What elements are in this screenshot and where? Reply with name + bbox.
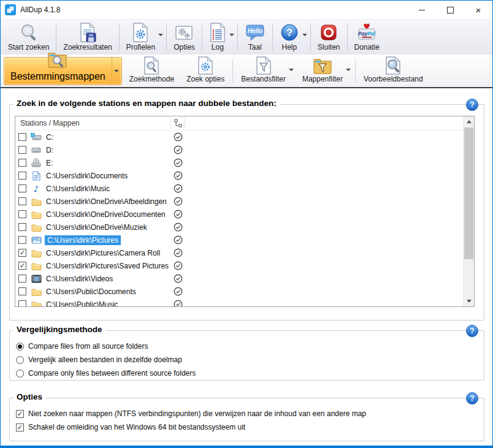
folder-row[interactable]: ♪C:\Users\dirk\Music	[15, 182, 464, 195]
compare-method-groupbox: Vergelijkingsmethode ? Compare files fro…	[9, 330, 484, 381]
toolbar-separator	[56, 23, 56, 51]
scrollbar-thumb[interactable]	[464, 127, 473, 259]
subfolders-enabled-icon[interactable]	[174, 210, 183, 221]
folder-checkbox[interactable]	[18, 146, 26, 154]
help-button[interactable]: ?Help	[274, 20, 309, 54]
zoek-opties-button[interactable]: Zoek opties	[180, 56, 231, 86]
folder-path: C:\Users\dirk\Pictures	[45, 235, 121, 245]
folder-path: C:\Users\Public\Music	[45, 300, 119, 308]
option-row[interactable]: ✓Schakel de omleiding van het Windows 64…	[16, 420, 478, 434]
folder-row[interactable]: C:\Users\dirk\OneDrive\Muziek	[15, 221, 464, 233]
folder-row[interactable]: ✓C:\Users\dirk\Pictures\Camera Roll	[15, 246, 464, 259]
sources-help-icon[interactable]: ?	[466, 99, 478, 111]
subfolders-enabled-icon[interactable]	[174, 261, 183, 272]
sluiten-button[interactable]: Sluiten	[312, 20, 346, 54]
option-checkbox[interactable]: ✓	[16, 410, 24, 418]
folder-checkbox[interactable]	[18, 210, 26, 218]
column-header-subfolders[interactable]	[171, 119, 185, 127]
bestandsfilter-button[interactable]: Bestandsfilter	[235, 56, 296, 86]
zoekresultaten-button[interactable]: Zoekresultaten	[58, 20, 117, 54]
folder-checkbox[interactable]	[18, 133, 26, 141]
subfolders-enabled-icon[interactable]	[174, 184, 183, 195]
folder-row[interactable]: C:\Users\dirk\OneDrive\Documenten	[15, 208, 464, 221]
options-groupbox: Opties ? ✓Niet zoeken naar mappen (NTFS …	[9, 398, 484, 441]
scroll-up-button[interactable]	[464, 116, 474, 127]
folder-checkbox[interactable]	[18, 287, 26, 295]
toolbar-separator	[166, 23, 167, 51]
radio-button[interactable]	[16, 356, 24, 364]
subfolders-enabled-icon[interactable]	[174, 158, 183, 169]
chevron-down-icon[interactable]	[346, 69, 351, 71]
folder-row[interactable]: ✓C:\Users\dirk\Pictures\Saved Pictures	[15, 259, 464, 272]
column-header-stations[interactable]: Stations / Mappen	[20, 119, 170, 127]
toolbar-button-label: Profielen	[126, 43, 155, 51]
file-search-icon	[143, 56, 159, 75]
subfolders-enabled-icon[interactable]	[174, 235, 183, 246]
folder-checkbox[interactable]	[18, 159, 26, 167]
folder-checkbox[interactable]: ✓	[18, 249, 26, 257]
subfolders-enabled-icon[interactable]	[174, 248, 183, 259]
folder-checkbox[interactable]	[18, 197, 26, 205]
option-checkbox[interactable]: ✓	[16, 423, 24, 431]
radio-button[interactable]	[16, 370, 24, 378]
subfolders-enabled-icon[interactable]	[174, 132, 183, 143]
close-button[interactable]: ×	[464, 1, 492, 19]
folder-row[interactable]: D:	[15, 143, 464, 156]
subfolders-enabled-icon[interactable]	[174, 274, 183, 285]
subfolders-enabled-icon[interactable]	[174, 171, 183, 182]
folder-checkbox[interactable]	[18, 184, 26, 192]
subfolders-enabled-icon[interactable]	[174, 145, 183, 156]
log-button[interactable]: Log	[204, 20, 236, 54]
subfolders-enabled-icon[interactable]	[174, 287, 183, 298]
folder-checkbox[interactable]	[18, 223, 26, 231]
folder-checkbox[interactable]	[18, 300, 26, 307]
folder-checkbox[interactable]	[18, 236, 26, 244]
folder-checkbox[interactable]	[18, 275, 26, 283]
folder-checkbox[interactable]	[18, 172, 26, 180]
window-title: AllDup 4.1.8	[20, 6, 60, 14]
folder-row[interactable]: C:\Users\dirk\OneDrive\Afbeeldingen	[15, 195, 464, 208]
donatie-button[interactable]: ♥PayPalDonatie	[349, 20, 385, 54]
folder-row[interactable]: C:\Users\Public\Music	[15, 298, 464, 307]
options-help-icon[interactable]: ?	[466, 392, 478, 404]
toolbar-button-label: Opties	[174, 43, 195, 51]
start-zoeken-button[interactable]: Start zoeken	[2, 20, 55, 54]
folder-row[interactable]: C:\Users\Public\Documents	[15, 285, 464, 298]
mappenfilter-button[interactable]: Mappenfilter	[296, 56, 353, 86]
folder-row[interactable]: C:	[15, 131, 464, 143]
folder-path: C:\Users\Public\Documents	[45, 287, 137, 297]
chevron-down-icon[interactable]	[158, 34, 163, 36]
compare-method-option[interactable]: Compare only files between different sou…	[16, 366, 478, 380]
subfolders-enabled-icon[interactable]	[174, 300, 183, 307]
compare-help-icon[interactable]: ?	[466, 325, 478, 337]
compare-method-option[interactable]: Compare files from all source folders	[16, 340, 478, 353]
voorbeeldbestand-button[interactable]: Voorbeeldbestand	[357, 56, 429, 86]
chevron-down-icon[interactable]	[289, 69, 294, 71]
folder-row[interactable]: C:\Users\dirk\Videos	[15, 272, 464, 285]
compare-method-option[interactable]: Vergelijk alleen bestanden in dezelfde d…	[16, 353, 478, 366]
taal-button[interactable]: HelloTaal	[239, 20, 271, 54]
chevron-down-icon[interactable]	[302, 34, 307, 36]
toolbar-button-label: Zoekmethode	[129, 75, 174, 83]
folder-row[interactable]: E:	[15, 156, 464, 169]
dropdown-segment[interactable]	[112, 58, 121, 85]
source-folders-list: Stations / Mappen C:D:E:C:\Users\dirk\Do…	[15, 116, 475, 307]
svg-text:PayPal: PayPal	[358, 31, 376, 37]
bestemmingsmappen-button-active[interactable]: Bestemmingsmappen	[4, 57, 122, 85]
profielen-button[interactable]: Profielen	[121, 20, 165, 54]
opties-button[interactable]: Opties	[168, 20, 201, 54]
chevron-down-icon[interactable]	[229, 34, 234, 36]
subfolders-enabled-icon[interactable]	[174, 197, 183, 208]
folder-icon	[31, 210, 42, 219]
minimize-button[interactable]	[408, 1, 436, 19]
folder-row[interactable]: C:\Users\dirk\Pictures	[15, 233, 464, 246]
vertical-scrollbar[interactable]	[463, 116, 474, 306]
folder-row[interactable]: C:\Users\dirk\Documents	[15, 169, 464, 182]
option-row[interactable]: ✓Niet zoeken naar mappen (NTFS verbindin…	[16, 407, 478, 420]
folder-checkbox[interactable]: ✓	[18, 262, 26, 270]
zoekmethode-button[interactable]: Zoekmethode	[123, 56, 180, 86]
radio-button[interactable]	[16, 343, 24, 351]
scroll-down-button[interactable]	[464, 296, 474, 306]
maximize-button[interactable]	[436, 1, 464, 19]
subfolders-enabled-icon[interactable]	[174, 222, 183, 233]
